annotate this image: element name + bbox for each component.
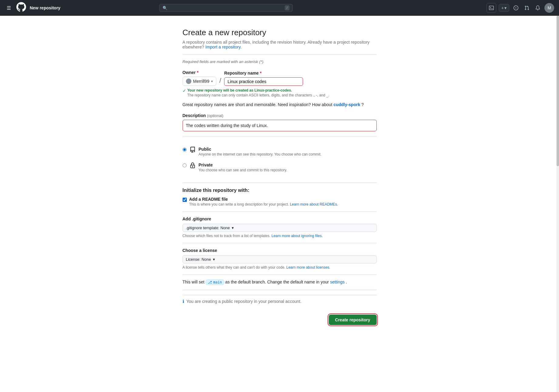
readme-option: Add a README file This is where you can … — [183, 197, 377, 206]
private-content: Private You choose who can see and commi… — [199, 162, 377, 172]
hamburger-button[interactable]: ☰ — [5, 3, 13, 13]
search-input[interactable] — [170, 6, 282, 10]
private-radio[interactable] — [183, 163, 187, 167]
gitignore-link[interactable]: Learn more about ignoring files. — [271, 234, 323, 238]
validation-success-text: Your new repository will be created as L… — [187, 88, 329, 92]
divider-6 — [183, 274, 377, 275]
info-box: ℹ You are creating a public repository i… — [183, 295, 377, 307]
private-label: Private — [199, 162, 377, 167]
readme-link[interactable]: Learn more about READMEs. — [290, 202, 338, 206]
divider-4 — [183, 211, 377, 212]
divider-3 — [183, 183, 377, 183]
divider-2 — [183, 136, 377, 136]
gitignore-title: Add .gitignore — [183, 216, 377, 221]
issues-button[interactable] — [512, 4, 520, 12]
license-section: Choose a license License: None ▾ A licen… — [183, 248, 377, 270]
avatar-label: M — [547, 5, 551, 10]
repo-name-label: Repository name * — [224, 71, 303, 75]
validation-message: ✓ Your new repository will be created as… — [183, 88, 377, 97]
license-note: A license tells others what they can and… — [183, 265, 377, 270]
search-container: 🔍 / — [159, 4, 293, 12]
initialize-section: Initialize this repository with: Add a R… — [183, 188, 377, 206]
suggestion-name-link[interactable]: cuddly-spork — [334, 102, 360, 107]
form-container: Create a new repository A repository con… — [183, 28, 377, 368]
header-actions: + ▾ M — [487, 3, 554, 13]
owner-value: Merrill99 — [193, 79, 210, 84]
license-chevron-icon: ▾ — [213, 257, 215, 262]
owner-dropdown[interactable]: Merrill99 ▾ — [183, 77, 217, 86]
visibility-section: Public Anyone on the internet can see th… — [183, 144, 377, 175]
owner-field-group: Owner * Merrill99 ▾ — [183, 70, 217, 86]
license-value: License: None — [186, 257, 211, 262]
info-icon: ℹ — [183, 299, 184, 304]
gitignore-dropdown[interactable]: .gitignore template: None ▾ — [183, 224, 377, 232]
description-label: Description (optional) — [183, 113, 377, 118]
create-repository-button[interactable]: Create repository — [329, 315, 377, 325]
public-icon — [190, 147, 196, 154]
page-header-title: New repository — [30, 5, 60, 10]
slash-separator: / — [219, 77, 221, 86]
initialize-section-title: Initialize this repository with: — [183, 188, 377, 193]
main-content: Create a new repository A repository con… — [0, 16, 559, 392]
owner-avatar-icon — [186, 79, 191, 84]
search-icon: 🔍 — [163, 6, 167, 10]
hamburger-icon: ☰ — [7, 5, 11, 11]
public-desc: Anyone on the internet can see this repo… — [199, 152, 377, 156]
owner-required-star: * — [197, 70, 198, 75]
gitignore-section: Add .gitignore .gitignore template: None… — [183, 216, 377, 238]
public-radio[interactable] — [183, 148, 187, 152]
readme-content: Add a README file This is where you can … — [189, 197, 377, 206]
readme-desc: This is where you can write a long descr… — [189, 202, 377, 206]
chevron-down-icon: ▾ — [504, 5, 507, 10]
divider-1 — [183, 54, 377, 55]
info-text: You are creating a public repository in … — [187, 299, 301, 304]
branch-name: main — [213, 280, 222, 284]
required-fields-note: Required fields are marked with an aster… — [183, 59, 377, 64]
branch-icon: ⎇ — [208, 280, 212, 284]
import-repository-link[interactable]: Import a repository. — [205, 45, 242, 49]
header: ☰ New repository 🔍 / + ▾ — [0, 0, 559, 16]
owner-chevron-icon: ▾ — [211, 79, 213, 83]
scrollbar[interactable] — [557, 16, 559, 392]
terminal-button[interactable] — [487, 3, 496, 13]
readme-checkbox[interactable] — [183, 198, 187, 202]
settings-link[interactable]: settings — [330, 280, 345, 284]
public-content: Public Anyone on the internet can see th… — [199, 147, 377, 156]
owner-label: Owner * — [183, 70, 217, 75]
name-suggestion: Great repository names are short and mem… — [183, 102, 377, 107]
description-field-group: Description (optional) — [183, 113, 377, 131]
github-logo — [16, 2, 26, 14]
slash-kbd: / — [285, 5, 289, 10]
public-option: Public Anyone on the internet can see th… — [183, 144, 377, 159]
private-icon — [190, 162, 196, 170]
gitignore-chevron-icon: ▾ — [232, 226, 234, 230]
plus-icon: + — [501, 5, 504, 10]
description-input[interactable] — [183, 120, 377, 131]
page-title: Create a new repository — [183, 28, 377, 37]
notifications-button[interactable] — [534, 4, 542, 12]
owner-repo-row: Owner * Merrill99 ▾ / Repository name * — [183, 70, 377, 86]
license-title: Choose a license — [183, 248, 377, 253]
divider-5 — [183, 243, 377, 243]
scrollbar-thumb[interactable] — [557, 16, 559, 166]
private-desc: You choose who can see and commit to thi… — [199, 168, 377, 172]
gitignore-note: Choose which files not to track from a l… — [183, 234, 377, 238]
repo-name-input[interactable] — [224, 77, 303, 86]
license-dropdown[interactable]: License: None ▾ — [183, 255, 377, 263]
validation-note: The repository name can only contain ASC… — [187, 93, 329, 97]
repo-name-field-group: Repository name * — [224, 71, 303, 86]
description-optional: (optional) — [207, 113, 223, 118]
license-link[interactable]: Learn more about licenses. — [286, 265, 330, 270]
gitignore-value: .gitignore template: None — [186, 226, 230, 230]
branch-badge: ⎇ main — [206, 280, 224, 285]
readme-label: Add a README file — [189, 197, 377, 202]
avatar[interactable]: M — [544, 3, 554, 13]
default-branch-text: This will set ⎇ main as the default bran… — [183, 280, 377, 285]
public-label: Public — [199, 147, 377, 152]
check-icon: ✓ — [183, 88, 186, 93]
create-new-button[interactable]: + ▾ — [499, 4, 509, 12]
divider-7 — [183, 290, 377, 290]
pullrequest-button[interactable] — [523, 4, 531, 12]
private-option: Private You choose who can see and commi… — [183, 159, 377, 175]
repo-name-required-star: * — [260, 71, 261, 75]
